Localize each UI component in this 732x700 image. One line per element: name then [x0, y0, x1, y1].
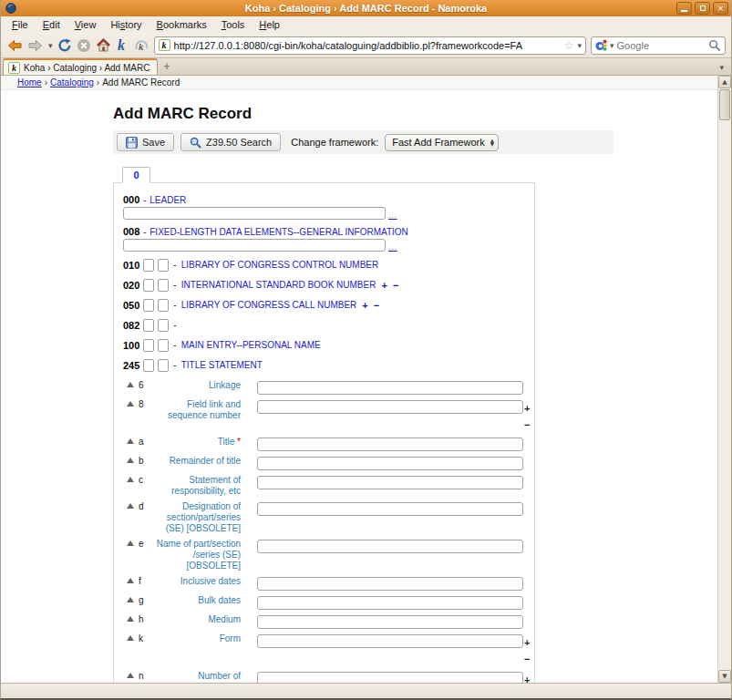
- save-button[interactable]: Save: [117, 133, 174, 151]
- move-subfield-icon[interactable]: [127, 578, 134, 583]
- field-082-indicator1[interactable]: [143, 319, 154, 332]
- subfield-2458-input[interactable]: [257, 400, 523, 414]
- move-subfield-icon[interactable]: [127, 401, 134, 407]
- move-subfield-icon[interactable]: [127, 540, 134, 546]
- subfield-2456-input[interactable]: [257, 381, 523, 395]
- subfield-245c-input[interactable]: [257, 476, 523, 489]
- field-050-indicator2[interactable]: [158, 299, 169, 312]
- subfield-label-link[interactable]: Designation of section/part/series (SE) …: [149, 499, 241, 534]
- field-008-input[interactable]: [123, 239, 386, 252]
- field-010-indicator2[interactable]: [158, 259, 169, 272]
- breadcrumb-home-link[interactable]: Home: [17, 77, 42, 88]
- field-label-link[interactable]: INTERNATIONAL STANDARD BOOK NUMBER: [181, 280, 376, 290]
- field-050-indicator1[interactable]: [143, 299, 154, 312]
- subfield-label-link[interactable]: Field link and sequence number: [149, 397, 241, 421]
- z3950-search-button[interactable]: Z39.50 Search: [180, 133, 281, 151]
- field-label-link[interactable]: TITLE STATEMENT: [181, 360, 263, 370]
- reload-button[interactable]: [57, 36, 72, 55]
- subfield-label-link[interactable]: Form: [149, 632, 241, 644]
- tag-editor-link[interactable]: ...: [388, 211, 397, 220]
- subfield-245h-input[interactable]: [257, 615, 523, 629]
- subfield-245f-input[interactable]: [257, 577, 523, 591]
- repeat-field-button[interactable]: +: [381, 280, 387, 291]
- delete-subfield-button[interactable]: −: [524, 419, 530, 430]
- move-subfield-icon[interactable]: [127, 438, 134, 444]
- subfield-label-link[interactable]: Number of part/section of a work: [149, 669, 241, 683]
- menu-file[interactable]: File: [5, 17, 36, 32]
- subfield-label-link[interactable]: Name of part/section /series (SE) [OBSOL…: [149, 537, 241, 571]
- menu-help[interactable]: Help: [252, 17, 287, 32]
- field-020-indicator1[interactable]: [143, 279, 154, 292]
- framework-select[interactable]: Fast Add Framework ▲▼: [385, 134, 499, 151]
- field-label-link[interactable]: LIBRARY OF CONGRESS CONTROL NUMBER: [181, 260, 379, 270]
- menu-history[interactable]: History: [103, 17, 149, 32]
- subfield-245d-input[interactable]: [257, 502, 523, 516]
- move-subfield-icon[interactable]: [127, 616, 134, 622]
- subfield-245k-input[interactable]: [257, 634, 523, 648]
- delete-field-button[interactable]: −: [374, 300, 379, 311]
- delete-field-button[interactable]: −: [393, 280, 398, 291]
- minimize-button[interactable]: [676, 2, 692, 15]
- history-dropdown-icon[interactable]: ▾: [48, 36, 53, 55]
- subfield-245n-input[interactable]: [257, 672, 523, 683]
- move-subfield-icon[interactable]: [127, 503, 134, 509]
- field-100-indicator1[interactable]: [143, 339, 154, 352]
- move-subfield-icon[interactable]: [127, 477, 134, 482]
- koha-reload-icon[interactable]: k: [134, 36, 149, 55]
- address-bar[interactable]: k ☆ ▾: [154, 36, 586, 55]
- stop-button[interactable]: [77, 36, 91, 55]
- field-label-link[interactable]: MAIN ENTRY--PERSONAL NAME: [181, 340, 321, 350]
- tag-editor-link[interactable]: ...: [388, 243, 397, 252]
- url-dropdown-icon[interactable]: ▾: [577, 41, 582, 50]
- subfield-label-link[interactable]: Inclusive dates: [149, 574, 241, 587]
- scrollbar-thumb[interactable]: [719, 89, 730, 120]
- breadcrumb-cataloging-link[interactable]: Cataloging: [50, 77, 94, 88]
- menu-edit[interactable]: Edit: [36, 17, 67, 32]
- field-245-indicator2[interactable]: [158, 359, 169, 372]
- menu-bookmarks[interactable]: Bookmarks: [149, 17, 214, 32]
- list-all-tabs-icon[interactable]: ▾: [719, 63, 729, 75]
- search-engine-dropdown-icon[interactable]: ▾: [610, 41, 614, 50]
- field-000-input[interactable]: [123, 207, 386, 220]
- url-input[interactable]: [174, 40, 561, 51]
- search-magnifier-icon[interactable]: [708, 39, 721, 52]
- menu-view[interactable]: View: [67, 17, 104, 32]
- clone-subfield-button[interactable]: +: [524, 674, 530, 683]
- move-subfield-icon[interactable]: [127, 673, 134, 678]
- field-label-link[interactable]: LEADER: [149, 195, 186, 205]
- subfield-245b-input[interactable]: [257, 457, 523, 470]
- forward-button[interactable]: [27, 36, 44, 55]
- move-subfield-icon[interactable]: [127, 597, 134, 602]
- field-020-indicator2[interactable]: [158, 279, 169, 292]
- koha-bookmark-icon[interactable]: k: [116, 36, 129, 55]
- field-082-indicator2[interactable]: [158, 319, 169, 332]
- subfield-245g-input[interactable]: [257, 596, 523, 610]
- menu-tools[interactable]: Tools: [214, 17, 253, 32]
- clone-subfield-button[interactable]: +: [524, 403, 530, 414]
- scroll-up-button[interactable]: ▲: [718, 76, 731, 88]
- search-bar[interactable]: ▾: [591, 36, 726, 55]
- home-button[interactable]: [96, 36, 111, 55]
- subfield-label-link[interactable]: Bulk dates: [149, 593, 241, 606]
- move-subfield-icon[interactable]: [127, 382, 134, 387]
- close-button[interactable]: ×: [713, 2, 728, 15]
- repeat-field-button[interactable]: +: [362, 300, 367, 311]
- field-245-indicator1[interactable]: [143, 359, 154, 372]
- field-100-indicator2[interactable]: [158, 339, 169, 352]
- browser-tab[interactable]: k Koha › Cataloging › Add MARC R...: [3, 58, 158, 75]
- field-010-indicator1[interactable]: [143, 259, 154, 272]
- subfield-label-link[interactable]: Medium: [149, 612, 241, 625]
- subfield-245a-input[interactable]: [257, 438, 523, 451]
- scroll-down-button[interactable]: ▼: [718, 670, 731, 683]
- field-label-link[interactable]: LIBRARY OF CONGRESS CALL NUMBER: [181, 300, 357, 310]
- subfield-label-link[interactable]: Remainder of title: [149, 454, 241, 467]
- vertical-scrollbar[interactable]: ▲ ▼: [717, 76, 731, 683]
- back-button[interactable]: [6, 36, 23, 55]
- subfield-245e-input[interactable]: [257, 540, 523, 553]
- search-input[interactable]: [617, 40, 706, 51]
- subfield-label-link[interactable]: Title *: [149, 435, 241, 448]
- move-subfield-icon[interactable]: [127, 458, 134, 463]
- field-label-link[interactable]: FIXED-LENGTH DATA ELEMENTS--GENERAL INFO…: [149, 227, 408, 237]
- new-tab-button[interactable]: +: [158, 60, 176, 75]
- move-subfield-icon[interactable]: [127, 635, 134, 641]
